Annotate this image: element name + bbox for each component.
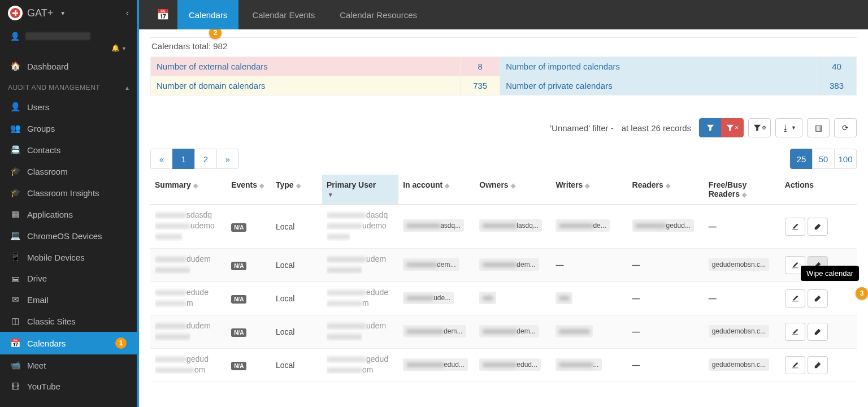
external-calendars-link[interactable]: Number of external calendars <box>151 57 461 76</box>
grid-icon: ▦ <box>10 209 20 219</box>
calendars-total: Calendars total: 982 <box>150 37 857 57</box>
export-button[interactable]: ⭳ ▼ <box>775 118 802 137</box>
cell-owners: xxxxxxxxxxdem... <box>475 315 551 349</box>
cell-in-account: xxxxxxxxude... <box>398 282 475 315</box>
refresh-button[interactable]: ⟳ <box>834 118 857 137</box>
imported-calendars-link[interactable]: Number of imported calendars <box>500 57 817 76</box>
nav-drive[interactable]: 🖴Drive <box>0 268 137 289</box>
page-prev[interactable]: « <box>150 149 173 169</box>
col-writers[interactable]: Writers◆ <box>551 175 627 205</box>
col-primary-user[interactable]: Primary User▾ <box>322 175 398 205</box>
section-audit-management[interactable]: AUDIT AND MANAGEMENT ▴ <box>0 77 137 96</box>
nav-contacts[interactable]: 📇Contacts <box>0 139 137 161</box>
edit-calendar-button[interactable] <box>785 289 805 308</box>
cell-readers: — <box>628 282 704 315</box>
page-1[interactable]: 1 <box>172 149 195 169</box>
columns-icon: ▥ <box>815 123 822 132</box>
nav-classic-sites[interactable]: ◫Classic Sites <box>0 310 137 332</box>
nav-label: Dashboard <box>27 62 68 71</box>
wipe-calendar-button[interactable] <box>808 356 828 374</box>
filter-button[interactable] <box>699 118 722 137</box>
cell-writers: xxxxxxxxxxde... <box>551 205 627 249</box>
collapse-sidebar-button[interactable]: ‹ <box>126 8 129 18</box>
cell-readers: — <box>628 249 704 282</box>
nav-classroom[interactable]: 🎓Classroom <box>0 161 137 182</box>
cell-writers: — <box>551 249 627 282</box>
nav-youtube[interactable]: 🎞YouTube <box>0 376 137 397</box>
nav-applications[interactable]: ▦Applications <box>0 204 137 225</box>
topbar: 📅 Calendars Calendar Events Calendar Res… <box>139 0 868 29</box>
filter-settings-button[interactable]: ⚙ <box>748 118 771 137</box>
nav-mobile-devices[interactable]: 📱Mobile Devices <box>0 246 137 268</box>
sites-icon: ◫ <box>10 316 20 326</box>
cell-events: N/A <box>227 315 271 349</box>
section-collapse-icon: ▴ <box>125 84 129 92</box>
nav-dashboard[interactable]: 🏠 Dashboard <box>0 55 137 77</box>
domain-calendars-count[interactable]: 735 <box>461 76 500 96</box>
domain-calendars-link[interactable]: Number of domain calendars <box>151 76 461 96</box>
nav-email[interactable]: ✉Email <box>0 289 137 310</box>
nav-calendars[interactable]: 📅 Calendars 1 <box>0 332 137 354</box>
nav-meet[interactable]: 📹Meet <box>0 354 137 376</box>
cell-owners: xxx <box>475 282 551 315</box>
nav-groups[interactable]: 👥Groups <box>0 118 137 139</box>
page-size-50[interactable]: 50 <box>812 149 835 169</box>
notifications-button[interactable]: 🔔 ▼ <box>111 44 127 52</box>
tab-calendar-resources[interactable]: Calendar Resources <box>328 0 428 29</box>
col-summary[interactable]: Summary◆ <box>150 175 227 205</box>
calendar-icon: 📅 <box>10 338 20 348</box>
private-calendars-count[interactable]: 383 <box>817 76 857 96</box>
cell-primary-user: xxxxxxxxxxgedudxxxxxxxxxom <box>322 349 398 382</box>
wipe-calendar-tooltip: Wipe calendar <box>801 266 859 281</box>
cell-actions <box>780 282 857 315</box>
download-icon: ⭳ <box>782 123 789 132</box>
page-size-25[interactable]: 25 <box>790 149 813 169</box>
wipe-calendar-button[interactable] <box>808 323 828 341</box>
cell-freebusy: — <box>704 205 780 249</box>
funnel-remove-icon <box>726 124 734 132</box>
col-readers[interactable]: Readers◆ <box>628 175 704 205</box>
private-calendars-link[interactable]: Number of private calendars <box>500 76 817 96</box>
cell-actions <box>780 205 857 249</box>
page-size-100[interactable]: 100 <box>834 149 857 169</box>
tab-calendar-events[interactable]: Calendar Events <box>241 0 326 29</box>
step-1-badge: 1 <box>115 337 127 349</box>
cell-events: N/A <box>227 349 271 382</box>
edit-calendar-button[interactable] <box>785 356 805 374</box>
col-owners[interactable]: Owners◆ <box>475 175 551 205</box>
main-panel: 📅 Calendars Calendar Events Calendar Res… <box>137 0 868 407</box>
col-events[interactable]: Events◆ <box>227 175 271 205</box>
graduation-cap-icon: 🎓 <box>10 166 20 176</box>
cell-readers: — <box>628 349 704 382</box>
col-type[interactable]: Type◆ <box>271 175 322 205</box>
cell-type: Local <box>271 205 322 249</box>
col-in-account[interactable]: In account◆ <box>398 175 475 205</box>
cell-type: Local <box>271 315 322 349</box>
nav-classroom-insights[interactable]: 🎓Classroom Insights <box>0 182 137 204</box>
sort-icon: ◆ <box>585 182 589 189</box>
tab-calendars[interactable]: Calendars <box>177 0 238 29</box>
wipe-calendar-button[interactable] <box>808 218 828 236</box>
clear-filter-button[interactable]: ✕ <box>721 118 744 137</box>
columns-button[interactable]: ▥ <box>807 118 830 137</box>
nav-chromeos-devices[interactable]: 💻ChromeOS Devices <box>0 225 137 246</box>
sort-icon: ◆ <box>511 182 515 189</box>
edit-icon <box>791 328 799 336</box>
wipe-calendar-button[interactable] <box>808 289 828 308</box>
edit-calendar-button[interactable] <box>785 218 805 236</box>
cell-owners: xxxxxxxxxxdem... <box>475 249 551 282</box>
page-2[interactable]: 2 <box>194 149 217 169</box>
calendar-grid-icon[interactable]: 📅 <box>150 5 175 25</box>
edit-calendar-button[interactable] <box>785 323 805 341</box>
nav-users[interactable]: 👤Users <box>0 96 137 118</box>
cell-events: N/A <box>227 249 271 282</box>
sort-desc-icon: ▾ <box>329 191 332 198</box>
cell-readers: — <box>628 315 704 349</box>
col-freebusy[interactable]: Free/Busy Readers◆ <box>704 175 780 205</box>
brand-menu[interactable]: GAT+ ▼ <box>8 6 66 20</box>
eraser-icon <box>814 328 822 336</box>
external-calendars-count[interactable]: 8 <box>461 57 500 76</box>
imported-calendars-count[interactable]: 40 <box>817 57 857 76</box>
cell-in-account: xxxxxxxxxxasdq... <box>398 205 475 249</box>
page-next[interactable]: » <box>216 149 239 169</box>
